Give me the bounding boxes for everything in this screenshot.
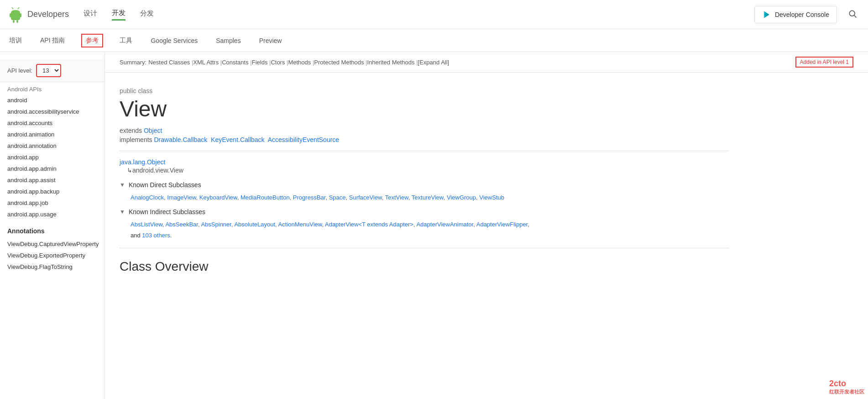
api-added-badge: Added in API level 1 bbox=[795, 57, 853, 68]
top-nav-links: 设计 开发 分发 bbox=[84, 9, 754, 21]
sub-keyboardview[interactable]: KeyboardView bbox=[199, 194, 237, 201]
sub-absolutelayout[interactable]: AbsoluteLayout bbox=[234, 221, 275, 228]
nav-api-guides[interactable]: API 指南 bbox=[38, 37, 67, 45]
sidebar-item-app[interactable]: android.app bbox=[0, 152, 105, 163]
annotations-section-title: Annotations bbox=[0, 220, 105, 238]
content-inner: public class View extends Object impleme… bbox=[105, 73, 744, 281]
sub-analogclock[interactable]: AnalogClock bbox=[131, 194, 164, 201]
sub-adapterviewanimator[interactable]: AdapterViewAnimator bbox=[416, 221, 473, 228]
extends-line: extends Object bbox=[120, 127, 729, 134]
sub-viewgroup[interactable]: ViewGroup bbox=[447, 194, 476, 201]
sub-viewstub[interactable]: ViewStub bbox=[479, 194, 504, 201]
main-layout: API level: 13 141516 171819 202122 23242… bbox=[0, 52, 868, 399]
svg-rect-5 bbox=[16, 20, 18, 23]
search-button[interactable] bbox=[844, 5, 861, 23]
nav-design[interactable]: 设计 bbox=[84, 9, 97, 20]
summary-constants[interactable]: Constants bbox=[222, 59, 252, 66]
nav-develop[interactable]: 开发 bbox=[112, 9, 125, 21]
svg-line-7 bbox=[18, 7, 19, 9]
nav-samples[interactable]: Samples bbox=[214, 37, 242, 44]
sidebar-item-app-admin[interactable]: android.app.admin bbox=[0, 163, 105, 174]
sub-textview[interactable]: TextView bbox=[385, 194, 408, 201]
nav-tools[interactable]: 工具 bbox=[118, 37, 134, 45]
summary-bar: Summary: Nested Classes XML Attrs Consta… bbox=[105, 52, 868, 73]
hierarchy-child: ↳android.view.View bbox=[120, 167, 183, 174]
implements-line: implements Drawable.Callback KeyEvent.Ca… bbox=[120, 136, 729, 143]
summary-nested-classes[interactable]: Nested Classes bbox=[148, 59, 193, 66]
developer-console-button[interactable]: Developer Console bbox=[754, 6, 837, 23]
divider-1 bbox=[120, 151, 729, 151]
nav-training[interactable]: 培训 bbox=[7, 37, 24, 45]
implements-label: implements bbox=[120, 136, 152, 143]
known-indirect-subclasses-header[interactable]: ▼ Known Indirect Subclasses bbox=[120, 208, 729, 215]
sidebar: API level: 13 141516 171819 202122 23242… bbox=[0, 52, 105, 399]
svg-rect-2 bbox=[10, 13, 11, 17]
class-overview-title: Class Overview bbox=[120, 259, 729, 274]
top-nav-right: Developer Console bbox=[754, 5, 861, 23]
nav-preview[interactable]: Preview bbox=[257, 37, 284, 44]
sub-absseekbar[interactable]: AbsSeekBar bbox=[165, 221, 198, 228]
logo-text: Developers bbox=[27, 10, 69, 19]
sidebar-item-app-assist[interactable]: android.app.assist bbox=[0, 174, 105, 186]
api-level-label: API level: bbox=[7, 67, 32, 74]
sub-actionmenuview[interactable]: ActionMenuView bbox=[278, 221, 322, 228]
impl-accessibility-source[interactable]: AccessibilityEventSource bbox=[268, 136, 339, 143]
sub-abslistview[interactable]: AbsListView bbox=[131, 221, 162, 228]
svg-point-9 bbox=[849, 10, 855, 16]
sub-others-link[interactable]: 103 others bbox=[142, 232, 170, 239]
sub-adapterviewflipper[interactable]: AdapterViewFlipper bbox=[476, 221, 528, 228]
svg-rect-3 bbox=[20, 13, 21, 17]
content-area: Summary: Nested Classes XML Attrs Consta… bbox=[105, 52, 868, 399]
sidebar-item-accessibility[interactable]: android.accessibilityservice bbox=[0, 106, 105, 117]
extends-label: extends bbox=[120, 127, 142, 134]
impl-drawable-callback[interactable]: Drawable.Callback bbox=[154, 136, 207, 143]
known-direct-subclasses-section: ▼ Known Direct Subclasses AnalogClock, I… bbox=[120, 181, 729, 203]
sub-surfaceview[interactable]: SurfaceView bbox=[349, 194, 382, 201]
svg-line-6 bbox=[12, 7, 13, 9]
sub-adapterview[interactable]: AdapterView<T extends Adapter> bbox=[325, 221, 413, 228]
sub-absspinner[interactable]: AbsSpinner bbox=[201, 221, 231, 228]
developer-console-label: Developer Console bbox=[775, 11, 829, 18]
nav-reference[interactable]: 参考 bbox=[81, 34, 103, 47]
chevron-down-icon: ▼ bbox=[120, 182, 125, 188]
sidebar-item-app-usage[interactable]: android.app.usage bbox=[0, 209, 105, 220]
summary-links: Summary: Nested Classes XML Attrs Consta… bbox=[120, 59, 449, 66]
sidebar-item-app-backup[interactable]: android.app.backup bbox=[0, 186, 105, 197]
sub-textureview[interactable]: TextureView bbox=[412, 194, 444, 201]
sub-space[interactable]: Space bbox=[329, 194, 346, 201]
svg-line-10 bbox=[854, 16, 857, 18]
sub-imageview[interactable]: ImageView bbox=[167, 194, 196, 201]
impl-keyevent-callback[interactable]: KeyEvent.Callback bbox=[211, 136, 265, 143]
public-class-text: public class bbox=[120, 87, 729, 94]
known-indirect-title: Known Indirect Subclasses bbox=[129, 208, 205, 215]
sidebar-item-ann-0[interactable]: ViewDebug.CapturedViewProperty bbox=[0, 238, 105, 250]
hierarchy-root-link[interactable]: java.lang.Object bbox=[120, 158, 729, 166]
summary-expand-all[interactable]: [Expand All] bbox=[418, 59, 450, 66]
sidebar-item-annotation[interactable]: android.annotation bbox=[0, 140, 105, 152]
sidebar-item-app-job[interactable]: android.app.job bbox=[0, 197, 105, 209]
and-others-text: and bbox=[131, 232, 142, 239]
sub-progressbar[interactable]: ProgressBar bbox=[293, 194, 326, 201]
summary-fields[interactable]: Fields bbox=[252, 59, 271, 66]
sub-mediaroutebutton[interactable]: MediaRouteButton bbox=[241, 194, 290, 201]
extends-object-link[interactable]: Object bbox=[144, 127, 162, 134]
known-direct-subclasses-header[interactable]: ▼ Known Direct Subclasses bbox=[120, 181, 729, 189]
divider-2 bbox=[120, 248, 729, 248]
class-title: View bbox=[120, 96, 729, 121]
summary-xml-attrs[interactable]: XML Attrs bbox=[193, 59, 222, 66]
sidebar-item-animation[interactable]: android.animation bbox=[0, 129, 105, 140]
summary-methods[interactable]: Methods bbox=[288, 59, 314, 66]
logo-link[interactable]: Developers bbox=[7, 6, 69, 23]
sidebar-item-ann-2[interactable]: ViewDebug.FlagToString bbox=[0, 261, 105, 273]
summary-inherited-methods[interactable]: Inherited Methods bbox=[367, 59, 418, 66]
summary-protected-methods[interactable]: Protected Methods bbox=[314, 59, 367, 66]
summary-ctors[interactable]: Ctors bbox=[271, 59, 288, 66]
known-indirect-links: AbsListView, AbsSeekBar, AbsSpinner, Abs… bbox=[120, 219, 729, 241]
watermark-sub: 红联开发者社区 bbox=[829, 388, 864, 395]
sidebar-item-ann-1[interactable]: ViewDebug.ExportedProperty bbox=[0, 250, 105, 261]
api-level-select[interactable]: 13 141516 171819 202122 232425 bbox=[36, 64, 61, 77]
nav-distribute[interactable]: 分发 bbox=[140, 9, 154, 20]
sidebar-item-accounts[interactable]: android.accounts bbox=[0, 117, 105, 129]
nav-google-services[interactable]: Google Services bbox=[149, 37, 199, 44]
sidebar-item-android[interactable]: android bbox=[0, 94, 105, 106]
